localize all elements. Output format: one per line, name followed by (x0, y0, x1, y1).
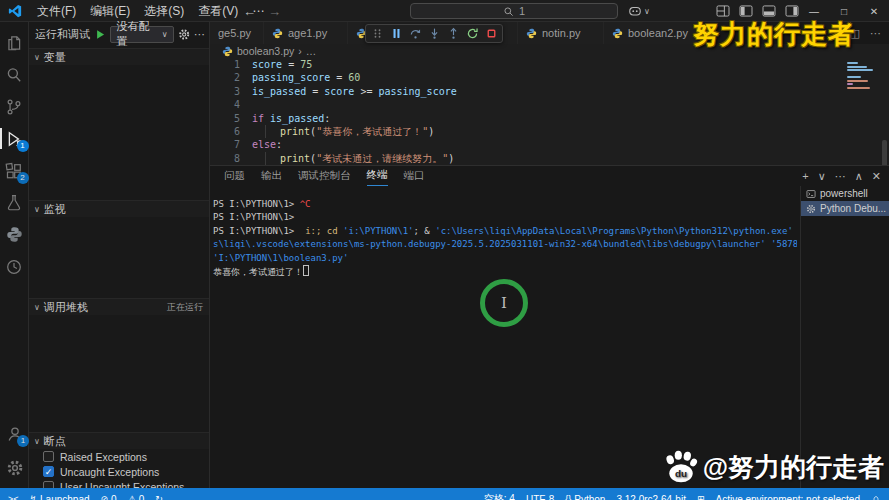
language-mode[interactable]: {}Python (565, 492, 605, 500)
line-text: score = 75 (252, 58, 312, 71)
panel-tab-端口[interactable]: 端口 (404, 167, 425, 186)
terminal-line: PS I:\PYTHON\1> (213, 211, 797, 224)
code-line: 3is_passed = score >= passing_score (210, 85, 889, 98)
close-panel-icon[interactable]: ✕ (872, 170, 881, 183)
start-debug-icon[interactable] (94, 28, 106, 41)
step-into-button[interactable] (426, 26, 442, 42)
code-token: : (324, 113, 330, 124)
line-text: print("恭喜你，考试通过了！") (252, 125, 434, 138)
panel-tab-问题[interactable]: 问题 (224, 167, 245, 186)
maximize-panel-icon[interactable]: ∧ (855, 170, 863, 183)
panel-tab-调试控制台[interactable]: 调试控制台 (298, 167, 351, 186)
sidebar-item-python[interactable] (0, 224, 29, 245)
tab-notin.py[interactable]: notin.py (518, 22, 604, 44)
terminal-token: ^C (300, 199, 311, 209)
menu-item-查看(V)[interactable]: 查看(V) (191, 0, 245, 22)
more-actions-icon[interactable]: ⋯ (194, 28, 206, 41)
breakpoint-row[interactable]: Raised Exceptions (29, 449, 209, 464)
launchpad[interactable]: ↯Launchpad (30, 494, 90, 500)
warnings[interactable]: ⚠0 (128, 494, 145, 500)
breakpoint-checkbox[interactable] (43, 451, 54, 462)
line-number: 4 (210, 98, 240, 111)
pause-button[interactable] (388, 26, 404, 42)
drag-handle-icon[interactable] (369, 26, 385, 42)
sidebar-title: 运行和调试 (35, 27, 90, 42)
new-terminal-icon[interactable]: + (802, 170, 808, 182)
sidebar-item-testing[interactable] (0, 192, 29, 213)
more-actions-icon[interactable]: ⋯ (870, 27, 881, 40)
status-bar: ><↯Launchpad⊘0⚠0↻ 空格: 4UTF-8{}Python3.12… (0, 488, 889, 500)
tab-ge5.py[interactable]: ge5.py (210, 22, 264, 44)
section-variables[interactable]: ∨ 变量 (29, 48, 209, 65)
errors[interactable]: ⊘0 (101, 494, 117, 500)
terminal-list-item-powershell[interactable]: powershell (801, 186, 889, 201)
restart-button[interactable] (464, 26, 480, 42)
code-token: ) (448, 153, 454, 164)
back-arrow-icon[interactable]: ← (243, 4, 256, 19)
sidebar-item-search[interactable] (0, 64, 29, 85)
panel-tab-输出[interactable]: 输出 (261, 167, 282, 186)
tab-boolean2.py[interactable]: boolean2.py (604, 22, 702, 44)
active-environment[interactable]: Active environment: not selected (715, 492, 860, 500)
terminal-token: cd (327, 226, 338, 236)
section-call-stack[interactable]: ∨ 调用堆栈 正在运行 (29, 298, 209, 315)
forward-arrow-icon[interactable]: → (268, 4, 281, 19)
minimap[interactable] (847, 62, 873, 90)
debug-config-dropdown[interactable]: 没有配置 ∨ (110, 26, 173, 43)
launch-profile-chevron-icon[interactable]: ∨ (818, 170, 826, 183)
terminal-list-item-Python Debu...[interactable]: Python Debu... (801, 201, 889, 216)
sidebar-item-extensions[interactable]: 2 (0, 160, 29, 181)
chevron-down-icon: ∨ (162, 30, 168, 39)
toggle-secondary-sidebar-icon[interactable] (785, 5, 799, 17)
code-token: print (280, 126, 310, 137)
sidebar-item-timeline[interactable] (0, 256, 29, 277)
sync[interactable]: ↻ (155, 494, 163, 500)
sidebar-item-explorer[interactable] (0, 32, 29, 53)
history-nav: ← → (243, 0, 281, 22)
command-center-search[interactable]: 1 (410, 3, 618, 19)
menu-item-文件(F)[interactable]: 文件(F) (30, 0, 83, 22)
status-text: UTF-8 (526, 494, 554, 500)
code-token: >= (354, 86, 378, 97)
errors-icon: ⊘ (101, 494, 109, 500)
encoding[interactable]: UTF-8 (526, 492, 554, 500)
python-file-icon (222, 46, 233, 57)
minimap-line (847, 80, 868, 82)
toggle-sidebar-icon[interactable] (739, 5, 753, 17)
toggle-panel-icon[interactable] (762, 5, 776, 17)
bell-icon[interactable] (871, 494, 881, 500)
python-file-icon (612, 28, 623, 39)
panel-tab-终端[interactable]: 终端 (367, 166, 388, 186)
remote-indicator[interactable]: >< (8, 494, 19, 500)
account-button[interactable]: 1 (0, 423, 29, 444)
status-left: ><↯Launchpad⊘0⚠0↻ (8, 494, 163, 500)
remote-indicator-icon: >< (8, 494, 19, 500)
code-token: = (330, 72, 348, 83)
code-editor[interactable]: 1score = 752passing_score = 603is_passed… (210, 58, 889, 165)
section-label: 调用堆栈 (44, 300, 88, 315)
stop-button[interactable] (483, 26, 499, 42)
close-button[interactable]: ✕ (859, 0, 889, 22)
settings-button[interactable] (0, 457, 29, 478)
breakpoint-row[interactable]: ✓Uncaught Exceptions (29, 464, 209, 479)
env-grid[interactable]: ⊞ (697, 492, 705, 500)
section-watch[interactable]: ∨ 监视 (29, 200, 209, 217)
copilot-menu[interactable]: ∨ (628, 4, 650, 18)
python-version[interactable]: 3.12.0rc2 64-bit (616, 492, 686, 500)
sidebar-item-run-and-debug[interactable]: 1 (0, 128, 29, 149)
tab-age1.py[interactable]: age1.py (264, 22, 348, 44)
customize-layout-icon[interactable] (716, 5, 730, 17)
editor-group: ge5.pyage1.pyannotin.pyboolean2.py ◫ ⋯ (210, 22, 889, 488)
gear-icon[interactable] (178, 28, 190, 41)
account-badge: 1 (17, 435, 29, 447)
sidebar-item-source-control[interactable] (0, 96, 29, 117)
breakpoint-checkbox[interactable]: ✓ (43, 466, 54, 477)
terminal-output[interactable]: PS I:\PYTHON\1> ^CPS I:\PYTHON\1> PS I:\… (213, 198, 797, 484)
step-out-button[interactable] (445, 26, 461, 42)
terminal-line: 'I:\PYTHON\1\boolean3.py' (213, 252, 797, 265)
indentation[interactable]: 空格: 4 (484, 492, 515, 500)
status-text: Launchpad (40, 494, 90, 500)
section-breakpoints[interactable]: ∨ 断点 (29, 432, 209, 449)
step-over-button[interactable] (407, 26, 423, 42)
more-actions-icon[interactable]: ⋯ (835, 170, 846, 183)
